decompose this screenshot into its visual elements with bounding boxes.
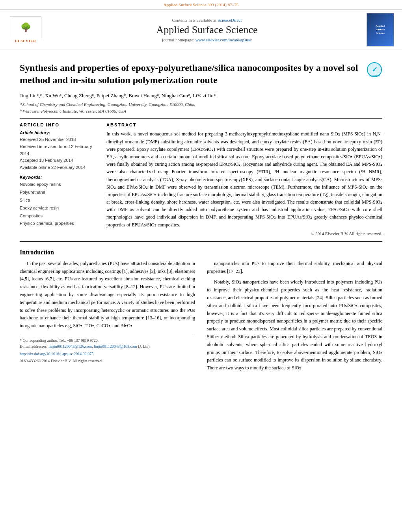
article-info-col: ARTICLE INFO Article history: Received 2…	[20, 122, 99, 235]
doi-line: http://dx.doi.org/10.1016/j.apsusc.2014.…	[20, 351, 195, 358]
journal-ref-text[interactable]: Applied Surface Science 303 (2014) 67–75	[164, 2, 238, 7]
intro-col2-para1: nanoparticles into PUs to improve their …	[207, 260, 382, 276]
affiliations: ᵃ School of Chemistry and Chemical Engin…	[20, 101, 382, 114]
journal-title-header: Applied Surface Science	[51, 24, 363, 36]
article-title: Synthesis and properties of epoxy-polyur…	[20, 62, 359, 86]
issn-line: 0169-4332/© 2014 Elsevier B.V. All right…	[20, 358, 195, 365]
email-1[interactable]: linjin001120043@126.com	[48, 344, 92, 348]
keyword-6: Physico-chemical properties	[20, 220, 99, 228]
homepage-url[interactable]: www.elsevier.com/locate/apsusc	[195, 37, 252, 42]
abstract-heading: ABSTRACT	[106, 122, 382, 127]
available-date: Available online 22 February 2014	[20, 164, 99, 171]
keywords-label: Keywords:	[20, 175, 99, 180]
keywords-list: Novolac epoxy resins Polyurethane Silica…	[20, 181, 99, 228]
keyword-3: Silica	[20, 196, 99, 204]
copyright-line: © 2014 Elsevier B.V. All rights reserved…	[106, 231, 382, 236]
elsevier-logo: 🌳 ELSEVIER	[8, 17, 43, 43]
contents-line: Contents lists available at ScienceDirec…	[51, 18, 363, 22]
intro-col-right: nanoparticles into PUs to improve their …	[207, 260, 382, 375]
elsevier-logo-box: 🌳	[10, 17, 41, 38]
footnote-area: * Corresponding author. Tel.: +86 137 98…	[20, 335, 195, 349]
elsevier-tree-icon: 🌳	[20, 23, 31, 32]
keyword-2: Polyurethane	[20, 189, 99, 196]
keyword-4: Epoxy acrylate resin	[20, 204, 99, 212]
article-title-section: Synthesis and properties of epoxy-polyur…	[20, 62, 382, 86]
svg-text:✓: ✓	[372, 66, 378, 74]
journal-cover-text: AppliedSurfaceScience	[376, 24, 385, 35]
email-2[interactable]: linjin001120043@163.com	[94, 344, 137, 348]
homepage-label: journal homepage:	[162, 37, 194, 42]
article-history-group: Article history: Received 25 November 20…	[20, 130, 99, 171]
header-center: Contents lists available at ScienceDirec…	[51, 18, 363, 42]
keyword-1: Novolac epoxy resins	[20, 181, 99, 189]
introduction-columns: In the past several decades, polyurethan…	[20, 260, 382, 375]
journal-homepage: journal homepage: www.elsevier.com/locat…	[51, 37, 363, 42]
intro-col-left: In the past several decades, polyurethan…	[20, 260, 195, 375]
introduction-heading: Introduction	[20, 249, 382, 256]
affiliation-b: ᵇ Worcester Polytechnic Institute, Worce…	[20, 108, 382, 115]
header-section: 🌳 ELSEVIER Contents lists available at S…	[0, 10, 402, 50]
contents-text: Contents lists available at	[172, 18, 216, 22]
email-label: E-mail addresses:	[20, 344, 48, 348]
svg-text:CrossMark: CrossMark	[368, 74, 380, 77]
email-suffix: (J. Lin).	[138, 344, 151, 348]
introduction-section: Introduction In the past several decades…	[20, 249, 382, 375]
abstract-text: In this work, a novel nonaqueous sol met…	[106, 130, 382, 228]
history-label: Article history:	[20, 130, 99, 135]
divider-2	[20, 241, 382, 242]
journal-ref-link[interactable]: Applied Surface Science 303 (2014) 67–75	[137, 2, 266, 7]
main-content: Synthesis and properties of epoxy-polyur…	[0, 50, 402, 383]
email-line: E-mail addresses: linjin001120043@126.co…	[20, 343, 195, 349]
doi-link[interactable]: http://dx.doi.org/10.1016/j.apsusc.2014.…	[20, 352, 93, 356]
article-info-heading: ARTICLE INFO	[20, 122, 99, 127]
keywords-group: Keywords: Novolac epoxy resins Polyureth…	[20, 175, 99, 228]
received-revised-date: Received in revised form 12 February 201…	[20, 143, 99, 157]
page: Applied Surface Science 303 (2014) 67–75…	[0, 0, 402, 383]
sciencedirect-link[interactable]: ScienceDirect	[218, 18, 242, 22]
keyword-5: Composites	[20, 212, 99, 220]
authors-line: Jing Linᵃ,*, Xu Wuᵃ, Cheng Zhengᵃ, Peipe…	[20, 93, 382, 99]
affiliation-a: ᵃ School of Chemistry and Chemical Engin…	[20, 101, 382, 108]
abstract-col: ABSTRACT In this work, a novel nonaqueou…	[106, 122, 382, 235]
elsevier-brand-text: ELSEVIER	[15, 39, 36, 43]
journal-cover-image: AppliedSurfaceScience	[367, 13, 394, 46]
intro-col2-para2: Notably, SiO₂ nanoparticles have been wi…	[207, 278, 382, 372]
accepted-date: Accepted 13 February 2014	[20, 157, 99, 164]
divider-1	[20, 118, 382, 119]
info-abstract-cols: ARTICLE INFO Article history: Received 2…	[20, 122, 382, 235]
journal-ref-bar: Applied Surface Science 303 (2014) 67–75	[0, 0, 402, 10]
received-date: Received 25 November 2013	[20, 136, 99, 143]
corresponding-author: * Corresponding author. Tel.: +86 137 98…	[20, 337, 195, 343]
intro-para-1: In the past several decades, polyurethan…	[20, 260, 195, 330]
crossmark-logo[interactable]: ✓ CrossMark	[367, 62, 382, 78]
